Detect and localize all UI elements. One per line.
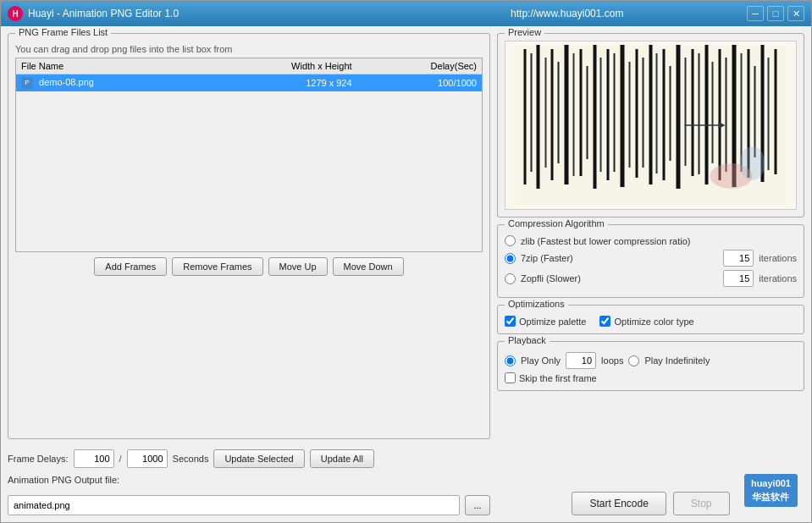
- preview-svg: [505, 45, 796, 206]
- output-file-input[interactable]: [8, 495, 460, 515]
- opt-palette-checkbox[interactable]: [505, 316, 516, 327]
- opt-palette-label[interactable]: Optimize palette: [519, 317, 586, 327]
- zlib-label[interactable]: zlib (Fastest but lower compression rati…: [521, 236, 691, 246]
- main-window: H Huayi - Animation PNG Editor 1.0 http:…: [0, 0, 812, 523]
- seconds-label: Seconds: [173, 454, 209, 464]
- svg-rect-13: [607, 49, 610, 180]
- svg-point-41: [740, 146, 765, 180]
- table-row[interactable]: P demo-08.png 1279 x 924 100/1000: [16, 74, 482, 92]
- preview-image: [505, 41, 797, 210]
- maximize-button[interactable]: □: [767, 6, 784, 21]
- file-list-group: PNG Frame Files List You can drag and dr…: [8, 33, 490, 439]
- 7zip-row: 7zip (Faster) iterations: [505, 250, 797, 267]
- play-indefinitely-radio[interactable]: [628, 355, 639, 366]
- move-up-button[interactable]: Move Up: [268, 257, 328, 276]
- svg-rect-27: [705, 45, 709, 184]
- output-row: ...: [8, 495, 490, 515]
- play-indefinitely-label[interactable]: Play Indefinitely: [644, 355, 710, 366]
- left-panel: PNG Frame Files List You can drag and dr…: [8, 33, 490, 515]
- watermark: huayi001 华益软件: [744, 474, 798, 507]
- frame-delay-label: Frame Delays:: [8, 454, 69, 464]
- close-button[interactable]: ✕: [787, 6, 804, 21]
- 7zip-iterations-input[interactable]: [723, 250, 754, 267]
- add-frames-button[interactable]: Add Frames: [94, 257, 167, 276]
- file-icon: P: [21, 77, 33, 89]
- opt-color-item: Optimize color type: [599, 316, 693, 327]
- window-controls: ─ □ ✕: [747, 6, 804, 21]
- svg-rect-29: [719, 49, 721, 180]
- skip-first-label[interactable]: Skip the first frame: [519, 373, 597, 383]
- loops-input[interactable]: [566, 352, 596, 369]
- svg-rect-37: [775, 49, 777, 174]
- svg-rect-14: [614, 53, 616, 172]
- svg-rect-11: [594, 45, 597, 189]
- zlib-row: zlib (Fastest but lower compression rati…: [505, 235, 797, 246]
- svg-rect-21: [663, 49, 666, 180]
- col-filename: File Name: [16, 58, 200, 74]
- remove-frames-button[interactable]: Remove Frames: [172, 257, 262, 276]
- optimizations-group: Optimizations Optimize palette Optimize …: [497, 305, 804, 334]
- move-down-button[interactable]: Move Down: [333, 257, 404, 276]
- watermark-line1: huayi001: [751, 477, 791, 490]
- zopfli-label[interactable]: Zopfli (Slower): [521, 273, 581, 284]
- svg-rect-7: [565, 45, 569, 184]
- opt-color-checkbox[interactable]: [599, 316, 610, 327]
- minimize-button[interactable]: ─: [747, 6, 764, 21]
- optimizations-title: Optimizations: [505, 299, 568, 309]
- zopfli-radio[interactable]: [505, 273, 516, 284]
- app-icon: H: [8, 6, 23, 21]
- svg-rect-24: [685, 58, 687, 166]
- file-table-wrapper[interactable]: File Name Width x Height Delay(Sec) P de…: [15, 58, 483, 252]
- svg-rect-10: [587, 66, 588, 159]
- preview-group: Preview: [497, 33, 804, 217]
- zlib-radio[interactable]: [505, 235, 516, 246]
- play-only-radio[interactable]: [505, 355, 516, 366]
- svg-rect-18: [643, 58, 644, 168]
- svg-rect-16: [629, 62, 631, 168]
- 7zip-radio[interactable]: [505, 253, 516, 264]
- file-delay-cell: 100/1000: [357, 74, 482, 92]
- svg-rect-30: [726, 58, 727, 172]
- start-encode-button[interactable]: Start Encode: [572, 492, 666, 515]
- play-only-label[interactable]: Play Only: [521, 355, 561, 366]
- svg-rect-12: [600, 58, 602, 172]
- skip-first-checkbox[interactable]: [505, 372, 516, 383]
- 7zip-label[interactable]: 7zip (Faster): [521, 253, 573, 263]
- watermark-line2: 华益软件: [751, 491, 791, 504]
- svg-rect-22: [670, 66, 671, 161]
- svg-rect-4: [545, 58, 547, 168]
- preview-title: Preview: [505, 27, 544, 37]
- zopfli-iterations-input[interactable]: [723, 270, 754, 287]
- frame-delay-denominator[interactable]: [127, 449, 168, 468]
- svg-rect-6: [558, 62, 560, 163]
- file-size-cell: 1279 x 924: [200, 74, 356, 92]
- frame-delay-numerator[interactable]: [74, 449, 114, 468]
- svg-rect-2: [531, 53, 533, 172]
- window-title: Huayi - Animation PNG Editor 1.0: [28, 8, 388, 19]
- svg-rect-26: [699, 53, 700, 174]
- main-content: PNG Frame Files List You can drag and dr…: [1, 26, 811, 522]
- optimizations-check-row: Optimize palette Optimize color type: [505, 316, 797, 327]
- compression-title: Compression Algorithm: [505, 218, 608, 228]
- update-selected-button[interactable]: Update Selected: [213, 449, 304, 468]
- playback-row2: Skip the first frame: [505, 372, 797, 383]
- browse-button[interactable]: ...: [465, 495, 490, 515]
- playback-row1: Play Only loops Play Indefinitely: [505, 352, 797, 369]
- svg-rect-23: [677, 45, 681, 189]
- col-size: Width x Height: [200, 58, 356, 74]
- svg-rect-36: [768, 58, 770, 170]
- compression-group: Compression Algorithm zlib (Fastest but …: [497, 224, 804, 298]
- playback-group: Playback Play Only loops Play Indefinite…: [497, 341, 804, 391]
- stop-button[interactable]: Stop: [673, 492, 730, 515]
- opt-color-label[interactable]: Optimize color type: [614, 317, 693, 327]
- svg-rect-3: [537, 45, 540, 189]
- svg-rect-17: [636, 49, 638, 178]
- opt-palette-item: Optimize palette: [505, 316, 586, 327]
- zopfli-iterations-label: iterations: [759, 273, 797, 284]
- update-all-button[interactable]: Update All: [310, 449, 374, 468]
- svg-rect-8: [573, 53, 575, 176]
- svg-rect-28: [712, 62, 714, 163]
- file-name-cell: P demo-08.png: [16, 74, 200, 92]
- drag-hint: You can drag and drop png files into the…: [15, 44, 483, 54]
- right-panel: Preview: [497, 33, 804, 515]
